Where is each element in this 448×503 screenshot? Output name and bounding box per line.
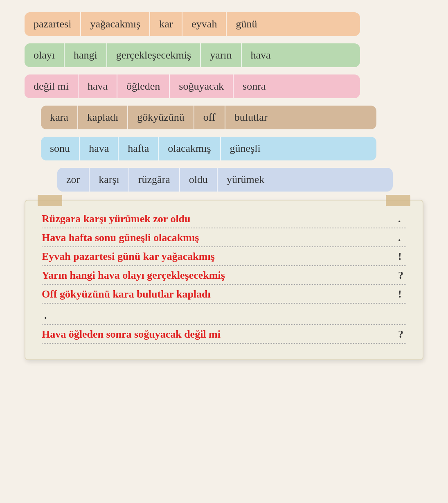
word-cell: bulutlar [225, 106, 277, 129]
note-punct: ! [398, 288, 406, 300]
note-sentence-text: Hava öğleden sonra soğuyacak değil mi [42, 328, 396, 341]
note-card: Rüzgara karşı yürümek zor oldu.Hava haft… [25, 200, 423, 360]
word-cell: olacakmış [159, 137, 221, 160]
word-cell: hava [80, 137, 119, 160]
word-cell: hava [242, 43, 280, 67]
note-line-s5: Off gökyüzünü kara bulutlar kapladı! [42, 288, 406, 304]
note-sentence-text: Off gökyüzünü kara bulutlar kapladı [42, 288, 396, 300]
word-row-row1: pazartesiyağacakmışkareyvahgünü [25, 12, 360, 36]
note-line-s2: Hava hafta sonu güneşli olacakmış. [42, 232, 406, 247]
word-cell: kara [41, 106, 78, 129]
word-cell: gökyüzünü [128, 106, 194, 129]
word-cell: gerçekleşecekmiş [107, 43, 201, 67]
word-rows: pazartesiyağacakmışkareyvahgünüolayıhang… [25, 12, 423, 192]
word-row-row4: karakapladıgökyüzünüoffbulutlar [41, 106, 376, 129]
tape-left [38, 195, 62, 206]
word-cell: güneşli [221, 137, 270, 160]
note-line-s3: Eyvah pazartesi günü kar yağacakmış! [42, 250, 406, 266]
note-line-s7: Hava öğleden sonra soğuyacak değil mi? [42, 328, 406, 344]
word-row-row2: olayıhangigerçekleşecekmişyarınhava [25, 43, 360, 67]
word-cell: hafta [119, 137, 159, 160]
word-cell: öğleden [117, 74, 170, 98]
note-sentence-text: Eyvah pazartesi günü kar yağacakmış [42, 250, 396, 263]
note-punct: . [398, 232, 406, 244]
note-line-blank: . [42, 307, 406, 325]
word-cell: zor [57, 168, 90, 192]
note-line-s1: Rüzgara karşı yürümek zor oldu. [42, 213, 406, 228]
word-cell: yarın [201, 43, 241, 67]
note-sentence-text: Yarın hangi hava olayı gerçekleşecekmiş [42, 269, 396, 282]
sentences-container: Rüzgara karşı yürümek zor oldu.Hava haft… [42, 213, 406, 344]
tape-right [386, 195, 410, 206]
note-punct: . [44, 309, 52, 322]
word-cell: olayı [25, 43, 65, 67]
word-cell: kapladı [78, 106, 128, 129]
word-cell: değil mi [25, 74, 79, 98]
word-row-row5: sonuhavahaftaolacakmışgüneşli [41, 137, 376, 160]
word-row-row3: değil mihavaöğledensoğuyacaksonra [25, 74, 360, 98]
word-row-row6: zorkarşırüzgâraolduyürümek [57, 168, 393, 192]
word-cell: yürümek [218, 168, 273, 192]
word-cell: rüzgâra [129, 168, 180, 192]
word-cell: off [194, 106, 225, 129]
word-cell: yağacakmış [81, 12, 150, 36]
word-cell: karşı [90, 168, 129, 192]
note-punct: . [398, 213, 406, 225]
note-punct: ? [398, 328, 406, 341]
word-cell: oldu [180, 168, 218, 192]
word-cell: günü [227, 12, 266, 36]
note-punct: ? [398, 269, 406, 282]
word-cell: hava [79, 74, 117, 98]
word-cell: hangi [65, 43, 107, 67]
word-cell: pazartesi [25, 12, 81, 36]
word-cell: sonu [41, 137, 80, 160]
word-cell: kar [150, 12, 182, 36]
note-sentence-text: Hava hafta sonu güneşli olacakmış [42, 232, 396, 244]
word-cell: soğuyacak [170, 74, 234, 98]
word-cell: sonra [234, 74, 275, 98]
note-sentence-text: Rüzgara karşı yürümek zor oldu [42, 213, 396, 225]
note-line-s4: Yarın hangi hava olayı gerçekleşecekmiş? [42, 269, 406, 285]
word-cell: eyvah [182, 12, 227, 36]
note-punct: ! [398, 250, 406, 263]
